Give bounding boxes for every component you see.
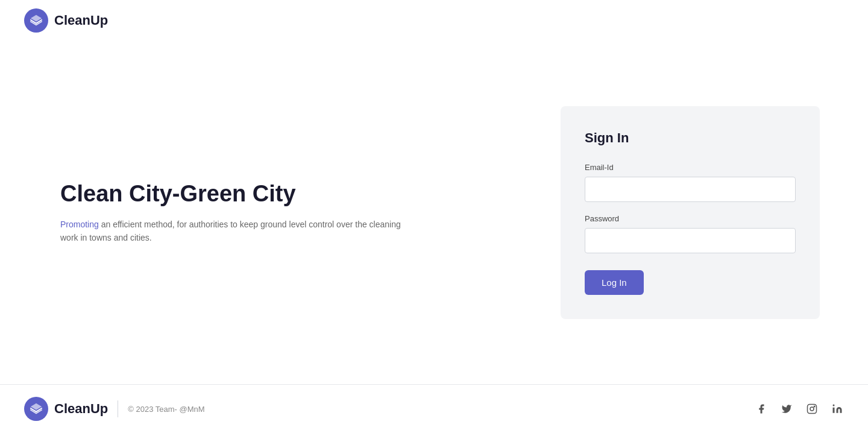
signin-card: Sign In Email-Id Password Log In	[561, 106, 820, 319]
svg-rect-0	[808, 405, 817, 414]
password-group: Password	[585, 214, 796, 253]
header-logo-icon	[24, 8, 48, 33]
footer-copyright: © 2023 Team- @MnM	[128, 405, 204, 414]
hero-title: Clean City-Green City	[60, 180, 410, 208]
footer-logo-icon	[24, 397, 48, 421]
signin-title: Sign In	[585, 130, 796, 146]
footer-left: CleanUp © 2023 Team- @MnM	[24, 397, 205, 421]
footer-logo-text: CleanUp	[54, 401, 108, 417]
linkedin-icon[interactable]	[831, 402, 844, 416]
social-icons	[755, 402, 844, 416]
email-input[interactable]	[585, 177, 796, 202]
hero-subtitle: Promoting an efficient method, for autho…	[60, 218, 410, 245]
password-input[interactable]	[585, 228, 796, 253]
header: CleanUp	[0, 0, 868, 41]
svg-point-1	[810, 407, 814, 411]
instagram-icon[interactable]	[805, 402, 819, 416]
svg-point-4	[833, 405, 835, 406]
hero-subtitle-rest: an efficient method, for authorities to …	[60, 220, 401, 242]
header-logo[interactable]: CleanUp	[24, 8, 108, 33]
svg-point-2	[814, 406, 815, 407]
hero-subtitle-highlight: Promoting	[60, 220, 99, 229]
header-logo-text: CleanUp	[54, 13, 108, 28]
footer-layers-icon	[30, 402, 43, 416]
login-button[interactable]: Log In	[585, 270, 644, 295]
footer-logo[interactable]: CleanUp	[24, 397, 108, 421]
password-label: Password	[585, 214, 796, 223]
facebook-icon[interactable]	[755, 402, 768, 416]
email-label: Email-Id	[585, 163, 796, 172]
footer-divider	[118, 400, 118, 417]
twitter-icon[interactable]	[780, 402, 793, 416]
hero-section: Clean City-Green City Promoting an effic…	[48, 180, 410, 244]
svg-rect-3	[833, 408, 835, 413]
layers-icon	[30, 14, 43, 27]
main-content: Clean City-Green City Promoting an effic…	[0, 41, 868, 384]
footer: CleanUp © 2023 Team- @MnM	[0, 384, 868, 433]
email-group: Email-Id	[585, 163, 796, 202]
